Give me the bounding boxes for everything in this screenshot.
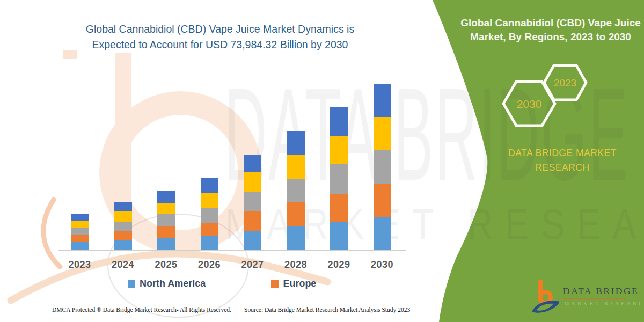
bar-segment-unlabeled-yellow-region [157,203,175,214]
bar-segment-unlabeled-yellow-region [71,221,89,228]
bar-segment-unlabeled-darkblue-region [374,84,391,117]
hexagon-2023-label: 2023 [554,77,576,89]
brand-block: DATA BRIDGE MARKET RESEARCH [482,146,643,175]
footer-dmca: DMCA Protected ® Data Bridge Market Rese… [52,306,231,313]
bar-segment-unlabeled-darkblue-region [201,178,218,193]
bar-segment-unlabeled-gray-region [157,214,175,226]
x-axis-label-2030: 2030 [371,259,393,270]
bar-segment-unlabeled-gray-region [374,150,391,184]
bar-segment-europe [244,211,261,231]
bar-2028[interactable] [287,131,305,250]
bar-segment-unlabeled-darkblue-region [330,107,348,136]
bar-segment-unlabeled-yellow-region [330,136,348,164]
infographic-canvas: DATA BRIDGE MARKET RESEARCH Global Canna… [0,0,644,322]
x-axis-line [58,250,406,251]
x-axis-label-2024: 2024 [112,259,134,270]
bar-segment-europe [287,202,305,226]
bar-2026[interactable] [201,178,218,250]
x-axis-label-2029: 2029 [327,259,350,270]
bar-2027[interactable] [244,155,261,250]
x-axis-label-2028: 2028 [284,259,307,270]
legend-label: Europe [283,278,316,289]
bar-segment-unlabeled-gray-region [71,228,89,235]
bar-segment-europe [374,184,391,217]
bar-segment-unlabeled-darkblue-region [244,155,261,172]
bar-segment-unlabeled-gray-region [330,164,348,194]
bar-segment-europe [201,223,218,236]
logo-wordmark: DATA BRIDGE [563,286,639,297]
x-axis-label-2025: 2025 [155,259,177,270]
year-hexagons: 2030 2023 [496,59,593,131]
bar-segment-unlabeled-darkblue-region [114,202,132,211]
legend-swatch [128,280,135,288]
footer-source: Source: Data Bridge Market Research Mark… [244,306,410,313]
bar-segment-europe [71,235,89,242]
panel-title: Global Cannabidiol (CBD) Vape Juice Mark… [459,16,642,44]
bar-segment-europe [330,194,348,222]
logo-subtitle: MARKET RESEARCH [564,301,644,306]
bar-segment-unlabeled-gray-region [287,179,305,202]
x-axis-label-2026: 2026 [198,259,221,270]
bar-segment-unlabeled-gray-region [201,208,218,223]
bar-segment-unlabeled-darkblue-region [71,214,89,221]
legend-item-north-america[interactable]: North America [128,278,206,289]
legend: North AmericaEurope [128,278,316,289]
hexagon-2030-label: 2030 [517,98,542,110]
legend-item-europe[interactable]: Europe [271,278,316,289]
data-bridge-logo-icon [529,276,562,319]
panel-title-line1: Global Cannabidiol (CBD) Vape Juice [459,16,642,30]
bar-segment-north-america [114,240,132,250]
bar-segment-unlabeled-yellow-region [374,117,391,150]
bar-2030[interactable] [374,84,391,250]
bar-segment-unlabeled-gray-region [244,192,261,211]
brand-line1: DATA BRIDGE MARKET [482,146,643,160]
bar-2024[interactable] [114,202,132,250]
bar-segment-europe [157,226,175,238]
bar-segment-north-america [287,226,305,250]
logo-rule [564,298,627,299]
legend-label: North America [140,278,206,289]
bar-segment-unlabeled-yellow-region [114,211,132,222]
legend-swatch [271,280,279,288]
bar-segment-unlabeled-darkblue-region [157,191,175,203]
bar-segment-north-america [374,217,391,250]
bar-segment-unlabeled-darkblue-region [287,131,305,155]
bar-segment-europe [114,231,132,240]
panel-title-line2: Market, By Regions, 2023 to 2030 [459,30,642,44]
x-axis-label-2027: 2027 [241,259,264,270]
x-axis-label-2023: 2023 [68,259,91,270]
bar-segment-north-america [71,242,89,250]
bar-segment-north-america [201,236,218,250]
bar-segment-unlabeled-yellow-region [287,155,305,179]
bar-segment-north-america [244,231,261,250]
bar-2025[interactable] [157,191,175,250]
brand-line2: RESEARCH [482,160,643,175]
bar-segment-north-america [157,238,175,250]
bar-segment-unlabeled-yellow-region [244,172,261,192]
bar-segment-unlabeled-yellow-region [201,193,218,208]
bar-segment-north-america [330,222,348,250]
bar-segment-unlabeled-gray-region [114,222,132,231]
bar-2023[interactable] [71,214,89,250]
bar-2029[interactable] [330,107,348,250]
